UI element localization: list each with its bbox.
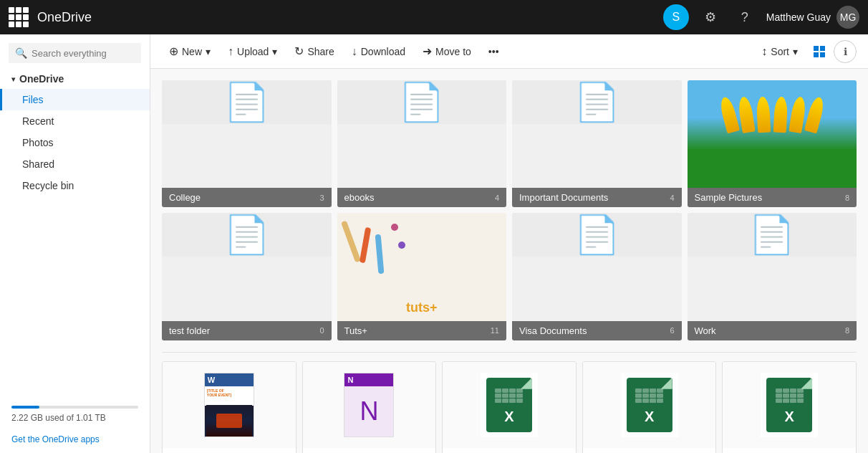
more-button[interactable]: ••• (481, 42, 506, 62)
file-preview: X (583, 362, 716, 448)
file-name: A testing document.do... (163, 448, 296, 453)
folder-tile-sample-pictures[interactable]: Sample Pictures 8 (688, 80, 857, 207)
folder-icon: 📄 (223, 213, 270, 257)
file-tile-book3[interactable]: X Book 3.xlsx (722, 361, 857, 453)
folder-name: Important Documents (519, 192, 608, 203)
main-layout: 🔍 ▾ OneDrive FilesRecentPhotosSharedRecy… (0, 34, 868, 453)
toolbar: ⊕ New ▾ ↑ Upload ▾ ↻ Share ↓ Download ➜ … (150, 34, 868, 69)
sidebar-heading[interactable]: ▾ OneDrive (0, 69, 150, 89)
app-logo: OneDrive (37, 10, 92, 25)
svg-rect-3 (820, 52, 825, 57)
folder-name: College (169, 192, 201, 203)
sort-button[interactable]: ↕ Sort ▾ (754, 41, 805, 62)
sidebar-item-photos[interactable]: Photos (0, 132, 150, 153)
svg-rect-2 (814, 52, 819, 57)
file-name: Book 2.xlsx (583, 448, 716, 453)
grid-view-button[interactable] (808, 40, 831, 63)
upload-icon: ↑ (228, 45, 233, 58)
folder-name: ebooks (344, 192, 375, 203)
search-input[interactable] (32, 48, 135, 59)
file-name: Book 3.xlsx (723, 448, 856, 453)
folder-count: 11 (491, 326, 499, 335)
folder-tile-tutsplus[interactable]: tuts+ Tuts+ 11 (337, 213, 507, 340)
file-tile-book2[interactable]: X Book 2.xlsx (582, 361, 717, 453)
sidebar-nav: FilesRecentPhotosSharedRecycle bin (0, 89, 150, 196)
sidebar-item-shared[interactable]: Shared (0, 153, 150, 175)
file-preview: X (723, 362, 856, 448)
moveto-button[interactable]: ➜ Move to (415, 40, 478, 62)
folder-count: 4 (670, 194, 674, 202)
folder-icon: 📄 (574, 80, 620, 124)
info-button[interactable]: ℹ (834, 40, 857, 63)
file-tile-doc1[interactable]: W [TITLE OFYOUR EVENT] A testing documen… (162, 361, 296, 453)
download-icon: ↓ (352, 45, 357, 58)
user-menu[interactable]: Matthew Guay MG (766, 6, 859, 29)
folder-count: 6 (670, 326, 674, 335)
file-preview: W [TITLE OFYOUR EVENT] (163, 362, 296, 448)
folder-tile-ebooks[interactable]: 📄 ebooks 4 (337, 80, 507, 207)
skype-icon[interactable]: S (663, 4, 689, 30)
collapse-icon: ▾ (11, 75, 15, 83)
folder-tile-visa[interactable]: 📄 Visa Documents 6 (512, 213, 682, 340)
upload-chevron-icon: ▾ (272, 46, 277, 57)
more-icon: ••• (488, 46, 499, 57)
folder-count: 8 (845, 326, 849, 335)
onenote-thumbnail: N N (344, 373, 394, 437)
share-button[interactable]: ↻ Share (287, 40, 341, 62)
svg-rect-1 (820, 46, 825, 51)
file-tile-book1[interactable]: X Book 1.xlsx (442, 361, 577, 453)
folder-count: 4 (495, 194, 499, 202)
sidebar-title: OneDrive (19, 73, 64, 85)
file-name: Blue notes (303, 448, 436, 453)
search-bar[interactable]: 🔍 (9, 43, 141, 63)
search-icon: 🔍 (15, 47, 27, 59)
sidebar-item-recent[interactable]: Recent (0, 110, 150, 132)
help-icon[interactable]: ? (732, 4, 758, 30)
storage-info: 2.22 GB used of 1.01 TB (0, 393, 150, 431)
folder-count: 3 (319, 194, 324, 202)
excel-thumbnail: X (761, 373, 818, 437)
settings-icon[interactable]: ⚙ (698, 4, 723, 30)
excel-thumbnail: X (621, 373, 678, 437)
folders-grid: 📄 College 3 📄 ebooks 4 📄 Important Docum… (162, 80, 857, 340)
files-grid: W [TITLE OFYOUR EVENT] A testing documen… (162, 361, 857, 453)
folder-count: 8 (845, 194, 849, 202)
sidebar-item-recycle[interactable]: Recycle bin (0, 175, 150, 196)
get-apps-link[interactable]: Get the OneDrive apps (0, 431, 150, 447)
new-button[interactable]: ⊕ New ▾ (162, 40, 218, 62)
folder-name: Work (695, 325, 716, 336)
folder-icon: 📄 (748, 213, 795, 257)
storage-bar-fill (11, 406, 39, 409)
user-avatar: MG (836, 6, 859, 29)
folder-name: Visa Documents (519, 325, 587, 336)
word-thumbnail: W [TITLE OFYOUR EVENT] (204, 373, 254, 437)
folder-icon: 📄 (574, 213, 620, 257)
download-button[interactable]: ↓ Download (344, 41, 413, 62)
sort-chevron-icon: ▾ (793, 46, 798, 57)
excel-thumbnail: X (481, 373, 538, 437)
user-name: Matthew Guay (766, 11, 831, 23)
topbar: OneDrive S ⚙ ? Matthew Guay MG (0, 0, 868, 34)
sort-icon: ↕ (761, 45, 767, 58)
folder-tile-work[interactable]: 📄 Work 8 (688, 213, 857, 340)
storage-bar (11, 406, 138, 409)
folder-tile-test-folder[interactable]: 📄 test folder 0 (162, 213, 332, 340)
storage-text: 2.22 GB used of 1.01 TB (11, 413, 106, 423)
sidebar-item-files[interactable]: Files (0, 89, 150, 110)
sidebar: 🔍 ▾ OneDrive FilesRecentPhotosSharedRecy… (0, 34, 150, 453)
folder-icon: 📄 (398, 80, 445, 124)
folder-tile-important[interactable]: 📄 Important Documents 4 (512, 80, 682, 207)
folder-name: Tuts+ (344, 325, 367, 336)
file-preview: N N (303, 362, 436, 448)
content-area: 📄 College 3 📄 ebooks 4 📄 Important Docum… (150, 69, 868, 453)
folder-name: Sample Pictures (695, 192, 763, 203)
plus-icon: ⊕ (169, 44, 178, 58)
file-name: Book 1.xlsx (443, 448, 576, 453)
app-grid-icon[interactable] (9, 7, 29, 27)
folder-icon: 📄 (223, 80, 270, 124)
file-preview: X (443, 362, 576, 448)
upload-button[interactable]: ↑ Upload ▾ (221, 41, 284, 62)
new-chevron-icon: ▾ (206, 46, 211, 57)
file-tile-blue-notes[interactable]: N N Blue notes 👥 Owner (302, 361, 437, 453)
folder-tile-college[interactable]: 📄 College 3 (162, 80, 332, 207)
